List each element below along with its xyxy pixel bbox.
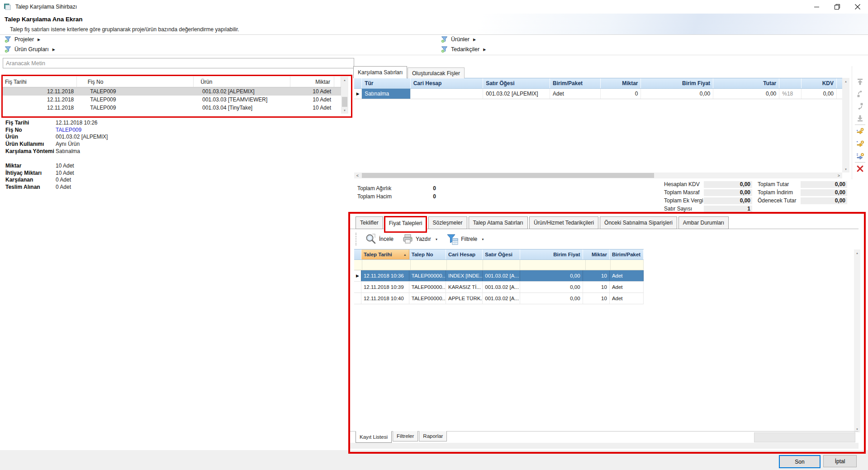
col-miktar[interactable]: Miktar [290, 77, 334, 87]
scroll-left-icon[interactable]: < [354, 173, 361, 178]
tab-sozlesmeler[interactable]: Sözleşmeler [428, 216, 467, 229]
minimize-button[interactable] [806, 0, 827, 14]
fulfillment-vscrollbar[interactable]: ▲ ▼ [842, 78, 849, 173]
request-row-2[interactable]: 12.11.2018 TALEP009 001.03.03 [TEAMVIEWE… [3, 96, 341, 104]
tab-filtreler[interactable]: Filtreler [393, 431, 418, 441]
request-row-1[interactable]: 12.11.2018 TALEP009 001.03.02 [ALPEMIX] … [3, 87, 341, 96]
add-special-line-button[interactable] [856, 152, 864, 160]
filter-cell[interactable] [520, 260, 585, 270]
scroll-right-icon[interactable]: > [835, 173, 842, 178]
move-last-button[interactable] [856, 115, 864, 122]
col-kdv[interactable]: KDV [802, 78, 837, 88]
price-request-row-3[interactable]: 12.11.2018 10:40 TALEP00000... APPLE TÜR… [354, 293, 644, 304]
scroll-up-icon[interactable]: ▲ [341, 77, 348, 83]
filter-cell[interactable] [483, 260, 520, 270]
restore-button[interactable] [827, 0, 848, 14]
tab-label: Filtreler [397, 433, 414, 439]
delete-line-button[interactable] [856, 165, 864, 173]
fulfillment-hscrollbar[interactable]: < > [354, 173, 842, 178]
tab-olusturulacak-fisler[interactable]: Oluşturulacak Fişler [408, 67, 465, 78]
col-fis-no[interactable]: Fiş No [77, 77, 194, 87]
col-satir-ogesi[interactable]: Satır Öğesi [483, 78, 550, 88]
add-line-button[interactable] [856, 128, 864, 135]
cell-birim-fiyat: 0,00 [520, 282, 583, 293]
footer-hscrollbar-area[interactable] [754, 432, 855, 442]
section-tedarikciler[interactable]: Tedarikçiler ▶ [441, 46, 486, 53]
search-input[interactable] [3, 58, 354, 68]
scroll-up-icon[interactable]: ▲ [854, 249, 860, 256]
filtrele-button[interactable]: Filtrele ▼ [444, 232, 487, 246]
scroll-down-icon[interactable]: ▼ [341, 107, 348, 114]
cell-birim-fiyat: 0,00 [641, 89, 713, 99]
request-list-scrollbar[interactable]: ▲ ▼ [341, 77, 348, 114]
add-all-lines-button[interactable] [856, 140, 864, 148]
close-button[interactable] [847, 0, 868, 14]
filter-cell[interactable] [586, 260, 611, 270]
tab-talep-atama-satirlari[interactable]: Talep Atama Satırları [469, 216, 528, 229]
filter-row[interactable] [354, 260, 644, 270]
filter-cell[interactable] [411, 260, 447, 270]
tab-teklifler[interactable]: Teklifler [356, 216, 383, 229]
filter-cell[interactable] [611, 260, 644, 270]
fulfillment-row-1[interactable]: ▶ Satınalma 001.03.02 [ALPEMIX] Adet 0 0… [354, 89, 842, 99]
scrollbar-thumb[interactable] [342, 97, 347, 107]
filter-cell[interactable] [362, 260, 411, 270]
col-talep-tarihi[interactable]: Talep Tarihi ▲ [361, 249, 409, 259]
col-miktar[interactable]: Miktar [601, 78, 641, 88]
move-first-button[interactable] [856, 78, 864, 86]
tab-kayit-listesi[interactable]: Kayıt Listesi [356, 431, 392, 443]
dropdown-arrow-icon[interactable]: ▼ [481, 238, 484, 241]
insert-down-button[interactable] [856, 102, 864, 110]
tab-raporlar[interactable]: Raporlar [419, 431, 447, 441]
col-tur[interactable]: Tür [362, 78, 410, 88]
iptal-button[interactable]: İptal [823, 455, 857, 467]
tab-fiyat-talepleri[interactable]: Fiyat Talepleri [384, 216, 427, 230]
price-request-row-2[interactable]: 12.11.2018 10:39 TALEP00000... KARASIZ T… [354, 282, 644, 293]
price-requests-vscrollbar[interactable]: ▲ ▼ [854, 249, 860, 432]
col-cari-hesap[interactable]: Cari Hesap [446, 249, 483, 259]
tab-urun-hizmet-tedarikcileri[interactable]: Ürün/Hizmet Tedarikçileri [529, 216, 598, 229]
col-urun[interactable]: Ürün [194, 77, 290, 87]
col-tutar[interactable]: Tutar [713, 78, 779, 88]
col-birim-fiyat[interactable]: Birim Fiyat [520, 249, 583, 259]
tab-label: Teklifler [360, 220, 379, 226]
dropdown-arrow-icon[interactable]: ▼ [435, 238, 438, 241]
row-marker [354, 293, 361, 304]
detail-label: Teslim Alınan [5, 184, 56, 190]
cell-date: 12.11.2018 [3, 87, 79, 96]
col-miktar[interactable]: Miktar [583, 249, 610, 259]
section-urunler[interactable]: Ürünler ▶ [441, 36, 476, 43]
scroll-up-icon[interactable]: ▲ [842, 78, 849, 85]
tab-onceki-satinalma-siparisleri[interactable]: Önceki Satınalma Siparişleri [600, 216, 677, 229]
yazdir-button[interactable]: Yazdır ▼ [399, 233, 441, 245]
section-projeler[interactable]: Projeler ▶ [5, 36, 40, 43]
col-birim-fiyat[interactable]: Birim Fiyat [641, 78, 713, 88]
scrollbar-thumb[interactable] [362, 173, 654, 178]
col-birim-paket[interactable]: Birim/Paket [610, 249, 644, 259]
filter-cell[interactable] [447, 260, 483, 270]
filter-cell[interactable] [354, 260, 362, 270]
son-button[interactable]: Son [779, 455, 821, 468]
price-request-row-1[interactable]: ▶ 12.11.2018 10:36 TALEP00000... INDEX [… [354, 270, 644, 282]
col-fis-tarihi[interactable]: Fiş Tarihi [3, 77, 77, 87]
tab-label: Ürün/Hizmet Tedarikçileri [534, 220, 594, 226]
col-satir-ogesi[interactable]: Satır Öğesi [483, 249, 520, 259]
insert-up-button[interactable] [856, 90, 864, 98]
scroll-down-icon[interactable]: ▼ [842, 166, 849, 173]
detail-label: Fiş No [5, 127, 56, 133]
incele-button[interactable]: İncele [362, 232, 396, 246]
request-row-3[interactable]: 12.11.2018 TALEP009 001.03.04 [TinyTake]… [3, 104, 341, 112]
fulfillment-table: Tür Cari Hesap Satır Öğesi Birim/Paket M… [354, 78, 842, 99]
fis-no-link[interactable]: TALEP009 [56, 127, 81, 133]
col-birim-paket[interactable]: Birim/Paket [550, 78, 601, 88]
total-value: 0,00 [704, 181, 752, 188]
cell-tur[interactable]: Satınalma [362, 89, 410, 99]
section-urun-gruplari[interactable]: Ürün Grupları ▶ [5, 46, 55, 53]
col-talep-no[interactable]: Talep No [409, 249, 446, 259]
col-aciklama[interactable]: Açıklama [334, 77, 341, 87]
tab-karsilama-satirlari[interactable]: Karşılama Satırları [353, 66, 407, 78]
tab-ambar-durumlari[interactable]: Ambar Durumları [678, 216, 729, 229]
detail-label: Miktar [5, 163, 56, 169]
toolbar-grip[interactable] [356, 233, 356, 245]
col-cari-hesap[interactable]: Cari Hesap [411, 78, 484, 88]
